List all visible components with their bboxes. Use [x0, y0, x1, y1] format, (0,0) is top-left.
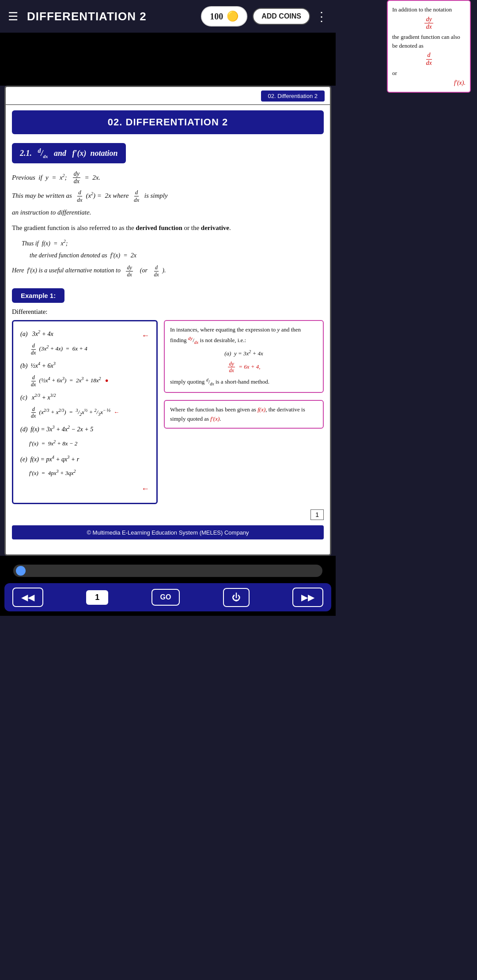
note-box-1: In instances, where equating the express… — [164, 320, 324, 393]
note-box-1-example-frac: dy dx = 6x + 4, — [170, 361, 318, 374]
section-title: 02. DIFFERENTIATION 2 — [108, 117, 228, 128]
exercise-part-d: (d) f(x) = 3x3 + 4x2 − 2x + 5 f′(x) = 9x… — [20, 423, 149, 449]
copyright-bar: © Multimedia E-Learning Education System… — [12, 525, 324, 539]
nav-forward-button[interactable]: ▶▶ — [292, 588, 323, 607]
header-title: DIFFERENTIATION 2 — [27, 10, 196, 23]
coins-badge: 100 🟡 — [201, 6, 247, 26]
content-line1: Previous if y = x2; dy dx = 2x. — [12, 170, 232, 186]
nav-back-button[interactable]: ◀◀ — [12, 588, 43, 607]
main-content-card: 02. Differentiation 2 02. DIFFERENTIATIO… — [4, 86, 331, 556]
example-label: Example 1: — [12, 288, 64, 303]
differentiate-label: Differentiate: — [6, 306, 330, 317]
exercise-area: (a) 3x2 + 4x ← d dx (3x2 + 4x) = 6x + 4 … — [6, 320, 330, 504]
exercise-part-c: (c) x2/3 + x3/2 d dx (x2/3 + x2/3) = 3/2… — [20, 391, 149, 419]
app-header: ☰ DIFFERENTIATION 2 100 🟡 ADD COINS ⋮ — [0, 0, 336, 33]
coins-count: 100 — [210, 11, 223, 22]
nav-bar: ◀◀ GO ⏻ ▶▶ — [4, 583, 331, 611]
content-line7: Here f′(x) is a useful alternative notat… — [12, 264, 232, 278]
coin-icon: 🟡 — [227, 11, 238, 22]
nav-power-button[interactable]: ⏻ — [223, 588, 250, 607]
top-spacer — [0, 33, 336, 86]
subsection-title-bar: 2.1. d/dx and f′(x) notation — [12, 143, 126, 163]
nav-go-button[interactable]: GO — [151, 589, 180, 606]
content-line6: the derived function denoted as f′(x) = … — [30, 250, 232, 261]
example-label-container: Example 1: — [6, 281, 330, 306]
breadcrumb: 02. Differentiation 2 — [261, 90, 325, 102]
exercise-part-e: (e) f(x) = px4 + qx3 + r f′(x) = 4px3 + … — [20, 453, 149, 497]
note-box-2: Where the function has been given as f(x… — [164, 400, 324, 429]
more-options-icon[interactable]: ⋮ — [315, 9, 328, 24]
copyright-text: © Multimedia E-Learning Education System… — [87, 529, 249, 536]
section-title-bar: 02. DIFFERENTIATION 2 — [12, 110, 324, 134]
content-line4: The gradient function is also referred t… — [12, 222, 232, 234]
page-footer: 1 — [6, 504, 330, 524]
exercise-part-a: (a) 3x2 + 4x ← d dx (3x2 + 4x) = 6x + 4 — [20, 328, 149, 356]
bottom-area: ◀◀ GO ⏻ ▶▶ — [0, 556, 336, 616]
note-box-1-conclusion: simply quoting d/dx is a short-hand meth… — [170, 377, 318, 388]
exercise-part-b: (b) ½x4 + 6x3 d dx (½x4 + 6x3) = 2x3 + 1… — [20, 359, 149, 388]
note-box-1-example-a: (a) y = 3x2 + 4x — [170, 348, 318, 358]
content-line3: an instruction to differentiate. — [12, 207, 232, 219]
nav-page-input[interactable] — [86, 590, 108, 605]
side-note-box: In addition to the notation dy dx the gr… — [238, 167, 324, 282]
exercise-box: (a) 3x2 + 4x ← d dx (3x2 + 4x) = 6x + 4 … — [12, 320, 158, 504]
content-line2: This may be written as d dx (x2) = 2x wh… — [12, 189, 232, 203]
breadcrumb-bar: 02. Differentiation 2 — [6, 87, 330, 105]
add-coins-button[interactable]: ADD COINS — [253, 8, 310, 25]
hamburger-icon[interactable]: ☰ — [8, 10, 18, 23]
content-line5: Thus if f(x) = x2; — [22, 237, 232, 249]
page-number: 1 — [310, 509, 324, 520]
exercise-side-notes: In instances, where equating the express… — [164, 320, 324, 504]
main-content-section: Previous if y = x2; dy dx = 2x. This may… — [6, 167, 330, 282]
subsection-title: 2.1. d/dx and f′(x) notation — [20, 149, 118, 158]
note-box-1-text: In instances, where equating the express… — [170, 325, 318, 346]
progress-bar[interactable] — [13, 565, 322, 577]
progress-dot — [16, 566, 26, 576]
note-box-2-text: Where the function has been given as f(x… — [170, 405, 318, 424]
content-main: Previous if y = x2; dy dx = 2x. This may… — [12, 167, 232, 282]
